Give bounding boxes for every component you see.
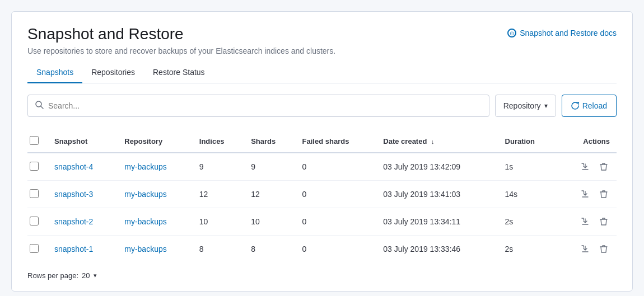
row-duration-2: 2s [498, 208, 557, 236]
row-indices-3: 8 [193, 236, 244, 263]
snapshot-link-0[interactable]: snapshot-4 [54, 162, 93, 171]
reload-button[interactable]: Reload [562, 95, 617, 117]
col-header-repository: Repository [118, 130, 193, 153]
snapshot-link-2[interactable]: snapshot-2 [54, 217, 93, 226]
delete-button-1[interactable] [598, 187, 610, 201]
row-snapshot-2: snapshot-2 [48, 208, 118, 236]
date-created-label: Date created [383, 137, 427, 145]
repository-filter-label: Repository [503, 101, 541, 110]
tab-repositories[interactable]: Repositories [82, 62, 144, 83]
page-title: Snapshot and Restore [27, 25, 335, 43]
pagination-footer[interactable]: Rows per page: 20 ▾ [27, 271, 617, 280]
restore-button-2[interactable] [578, 215, 592, 228]
search-input[interactable] [48, 101, 482, 110]
row-shards-3: 8 [244, 236, 295, 263]
row-indices-2: 10 [193, 208, 244, 236]
row-date-created-3: 03 July 2019 13:33:46 [376, 236, 498, 263]
snapshot-link-1[interactable]: snapshot-3 [54, 190, 93, 199]
row-duration-3: 2s [498, 236, 557, 263]
main-card: Snapshot and Restore Use repositories to… [11, 11, 633, 292]
snapshots-table: Snapshot Repository Indices Shards Faile… [27, 130, 617, 262]
page-subtitle: Use repositories to store and recover ba… [27, 46, 335, 55]
table-row: snapshot-1 my-backups 8 8 0 03 July 2019… [27, 236, 617, 263]
row-checkbox-cell [27, 153, 48, 181]
restore-button-3[interactable] [578, 242, 592, 256]
header-left: Snapshot and Restore Use repositories to… [27, 25, 335, 55]
row-checkbox-cell [27, 236, 48, 263]
table-header-row: Snapshot Repository Indices Shards Faile… [27, 130, 617, 153]
sort-desc-icon: ↓ [431, 138, 435, 145]
col-header-actions: Actions [557, 130, 617, 153]
row-failed-shards-1: 0 [296, 181, 377, 208]
row-checkbox-1[interactable] [30, 189, 39, 198]
table-row: snapshot-3 my-backups 12 12 0 03 July 20… [27, 181, 617, 208]
row-actions-0 [557, 153, 617, 181]
row-duration-0: 1s [498, 153, 557, 181]
row-actions-1 [557, 181, 617, 208]
row-date-created-2: 03 July 2019 13:34:11 [376, 208, 498, 236]
search-box [27, 95, 489, 117]
repository-filter-button[interactable]: Repository ▾ [495, 95, 556, 117]
col-header-snapshot: Snapshot [48, 130, 118, 153]
svg-line-1 [41, 106, 43, 109]
row-snapshot-3: snapshot-1 [48, 236, 118, 263]
page-header: Snapshot and Restore Use repositories to… [27, 25, 617, 55]
tab-restore-status[interactable]: Restore Status [144, 62, 214, 83]
select-all-header [27, 130, 48, 153]
docs-icon: ⊙ [507, 29, 516, 37]
col-header-date-created[interactable]: Date created ↓ [376, 130, 498, 153]
docs-link[interactable]: ⊙ Snapshot and Restore docs [507, 29, 617, 37]
rows-per-page-chevron-icon: ▾ [94, 272, 97, 279]
col-header-indices: Indices [193, 130, 244, 153]
chevron-down-icon: ▾ [544, 102, 548, 110]
row-failed-shards-2: 0 [296, 208, 377, 236]
snapshot-link-3[interactable]: snapshot-1 [54, 245, 93, 253]
row-repository-2: my-backups [118, 208, 193, 236]
row-indices-1: 12 [193, 181, 244, 208]
repository-link-3[interactable]: my-backups [124, 245, 166, 253]
row-indices-0: 9 [193, 153, 244, 181]
table-row: snapshot-2 my-backups 10 10 0 03 July 20… [27, 208, 617, 236]
delete-button-0[interactable] [598, 160, 610, 173]
repository-link-2[interactable]: my-backups [124, 217, 166, 226]
row-date-created-1: 03 July 2019 13:41:03 [376, 181, 498, 208]
toolbar: Repository ▾ Reload [27, 95, 617, 117]
row-repository-0: my-backups [118, 153, 193, 181]
row-checkbox-0[interactable] [30, 162, 39, 171]
row-snapshot-1: snapshot-3 [48, 181, 118, 208]
row-checkbox-3[interactable] [30, 244, 39, 253]
reload-label: Reload [582, 101, 607, 110]
row-snapshot-0: snapshot-4 [48, 153, 118, 181]
docs-link-label: Snapshot and Restore docs [520, 29, 617, 37]
tab-snapshots[interactable]: Snapshots [27, 62, 82, 83]
select-all-checkbox[interactable] [30, 136, 39, 145]
row-failed-shards-3: 0 [296, 236, 377, 263]
restore-button-1[interactable] [578, 187, 592, 201]
row-shards-2: 10 [244, 208, 295, 236]
row-shards-0: 9 [244, 153, 295, 181]
restore-button-0[interactable] [578, 160, 592, 173]
table-row: snapshot-4 my-backups 9 9 0 03 July 2019… [27, 153, 617, 181]
reload-icon [571, 102, 579, 110]
row-checkbox-2[interactable] [30, 217, 39, 225]
rows-per-page-value: 20 [82, 271, 90, 280]
tabs-bar: Snapshots Repositories Restore Status [27, 62, 617, 83]
row-checkbox-cell [27, 208, 48, 236]
delete-button-2[interactable] [598, 215, 610, 228]
row-shards-1: 12 [244, 181, 295, 208]
row-repository-1: my-backups [118, 181, 193, 208]
col-header-shards: Shards [244, 130, 295, 153]
rows-per-page-label: Rows per page: [27, 271, 78, 280]
row-failed-shards-0: 0 [296, 153, 377, 181]
col-header-failed-shards: Failed shards [296, 130, 377, 153]
repository-link-0[interactable]: my-backups [124, 162, 166, 171]
row-actions-2 [557, 208, 617, 236]
col-header-duration: Duration [498, 130, 557, 153]
repository-link-1[interactable]: my-backups [124, 190, 166, 199]
search-icon [35, 100, 44, 111]
row-date-created-0: 03 July 2019 13:42:09 [376, 153, 498, 181]
row-duration-1: 14s [498, 181, 557, 208]
row-repository-3: my-backups [118, 236, 193, 263]
row-checkbox-cell [27, 181, 48, 208]
delete-button-3[interactable] [598, 242, 610, 256]
